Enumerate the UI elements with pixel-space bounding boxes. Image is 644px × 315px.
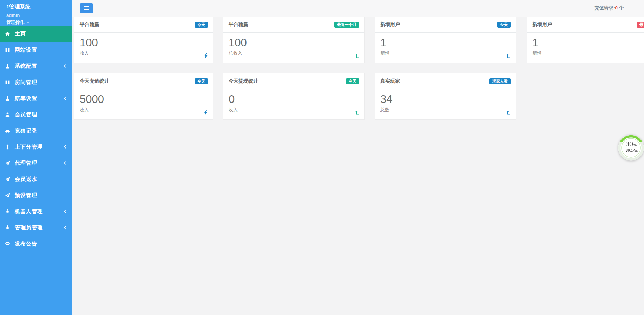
card-value: 1 [532, 37, 644, 49]
columns-icon [5, 47, 10, 53]
arrows-v-icon [5, 144, 10, 150]
sidebar-item-robot-management[interactable]: 机器人管理 [0, 203, 72, 219]
admin-actions-dropdown[interactable]: 管理操作 [6, 19, 29, 26]
level-up-icon [355, 111, 359, 115]
chevron-left-icon [63, 225, 67, 230]
paper-plane-icon [5, 177, 10, 182]
card-badge: 今天 [497, 22, 511, 28]
sidebar-item-site-settings[interactable]: 网站设置 [0, 42, 72, 58]
sidebar-item-admin-management[interactable]: 管理员管理 [0, 219, 72, 236]
admin-actions-label: 管理操作 [6, 19, 25, 26]
card-value: 100 [229, 37, 359, 49]
comment-icon [5, 241, 10, 247]
card-label: 新增 [380, 50, 511, 57]
stat-card-platform-winloss-today: 平台输赢 今天 100 收入 [74, 17, 213, 63]
card-title: 平台输赢 [229, 21, 248, 28]
card-title: 真实玩家 [380, 78, 400, 84]
topbar-links: 充值请求:0 个 提现 [594, 5, 644, 11]
level-up-icon [355, 54, 359, 59]
recharge-count: 0 [615, 5, 618, 11]
net-percent: 30% [617, 140, 644, 147]
paper-plane-icon [5, 193, 10, 198]
card-value: 34 [380, 93, 511, 105]
net-speed: ↑89.1K/s [617, 149, 644, 152]
bolt-icon [204, 53, 208, 59]
sidebar-item-agent-management[interactable]: 代理管理 [0, 155, 72, 171]
card-title: 新增用户 [380, 21, 400, 28]
sidebar-item-bet-records[interactable]: 竞猜记录 [0, 123, 72, 139]
stat-card-new-users-month: 新增用户 最近一个月 1 新增 [527, 17, 644, 63]
card-value: 0 [229, 93, 359, 105]
current-username: admin [6, 13, 66, 18]
card-badge: 今天 [195, 22, 208, 28]
card-badge: 今天 [346, 78, 359, 84]
sidebar-item-preset-management[interactable]: 预设管理 [0, 187, 72, 203]
columns-icon [5, 80, 10, 85]
stat-card-today-withdraw: 今天提现统计 今天 0 收入 [223, 73, 365, 120]
robot-icon [5, 225, 10, 230]
topbar: 充值请求:0 个 提现 [72, 0, 644, 17]
card-label: 收入 [229, 107, 359, 113]
card-label: 收入 [80, 107, 208, 113]
chevron-left-icon [63, 145, 67, 149]
sidebar: 1管理系统 admin 管理操作 主页 网站设置 系统配置 [0, 0, 72, 315]
stat-card-today-recharge: 今天充值统计 今天 5000 收入 [74, 73, 213, 120]
recharge-requests-link[interactable]: 充值请求:0 个 [594, 5, 624, 11]
sidebar-toggle-button[interactable] [80, 3, 93, 13]
car-icon [5, 128, 10, 133]
sidebar-item-member-rebate[interactable]: 会员返水 [0, 171, 72, 187]
stat-card-new-users-today: 新增用户 今天 1 新增 [375, 17, 516, 63]
card-label: 总数 [380, 107, 511, 113]
stat-card-platform-winloss-month: 平台输赢 最近一个月 100 总收入 [223, 17, 365, 63]
chevron-left-icon [63, 161, 67, 165]
level-up-icon [506, 111, 511, 115]
card-label: 总收入 [229, 50, 359, 57]
hamburger-icon [84, 6, 89, 7]
flask-icon [5, 64, 10, 69]
sidebar-item-points-management[interactable]: 上下分管理 [0, 139, 72, 155]
sidebar-item-system-config[interactable]: 系统配置 [0, 58, 72, 74]
home-icon [5, 31, 10, 37]
robot-icon [5, 209, 10, 214]
card-label: 新增 [532, 50, 644, 57]
card-value: 100 [80, 37, 208, 49]
chevron-left-icon [63, 209, 67, 214]
card-badge: 最近一个月 [637, 22, 644, 28]
sidebar-item-odds-settings[interactable]: 赔率设置 [0, 90, 72, 106]
card-badge: 玩家人数 [489, 78, 511, 84]
card-title: 新增用户 [532, 21, 552, 28]
bolt-icon [204, 110, 208, 115]
card-title: 今天提现统计 [229, 78, 258, 84]
stat-card-real-players: 真实玩家 玩家人数 34 总数 [375, 73, 516, 120]
card-title: 平台输赢 [80, 21, 99, 28]
sidebar-item-publish-announcement[interactable]: 发布公告 [0, 236, 72, 252]
card-badge: 最近一个月 [334, 22, 359, 28]
level-up-icon [506, 54, 511, 59]
chevron-left-icon [63, 96, 67, 100]
net-speed-widget[interactable]: 30% ↑89.1K/s [617, 134, 644, 162]
card-badge: 今天 [195, 78, 208, 84]
paper-plane-icon [5, 160, 10, 166]
app-title: 1管理系统 [6, 4, 66, 10]
card-value: 5000 [80, 93, 208, 105]
card-title: 今天充值统计 [80, 78, 109, 84]
card-label: 收入 [80, 50, 208, 57]
chevron-left-icon [63, 64, 67, 68]
sidebar-item-room-management[interactable]: 房间管理 [0, 74, 72, 90]
flask-icon [5, 96, 10, 101]
sidebar-item-home[interactable]: 主页 [0, 26, 72, 42]
sidebar-item-member-management[interactable]: 会员管理 [0, 106, 72, 123]
sidebar-header: 1管理系统 admin 管理操作 [0, 0, 72, 27]
user-icon [5, 112, 10, 117]
sidebar-menu: 主页 网站设置 系统配置 房间管理 赔率设 [0, 26, 72, 252]
card-value: 1 [380, 37, 511, 49]
caret-down-icon [27, 22, 29, 23]
